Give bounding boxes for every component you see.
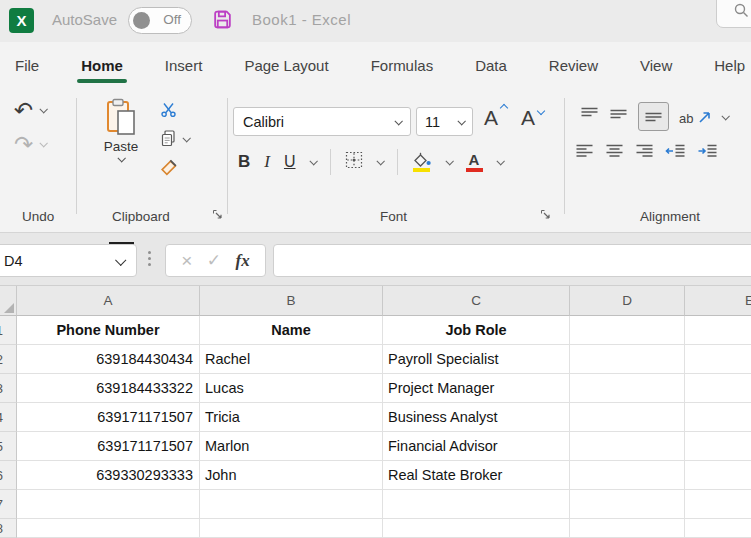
chevron-down-icon[interactable] <box>117 154 125 162</box>
cell-E6[interactable] <box>685 461 751 490</box>
tab-view[interactable]: View <box>638 53 674 78</box>
select-all-corner[interactable] <box>0 286 17 316</box>
clipboard-dialog-launcher-icon[interactable] <box>212 206 223 224</box>
tab-formulas[interactable]: Formulas <box>369 53 436 78</box>
undo-button[interactable]: ↶ <box>14 100 46 120</box>
cell-D2[interactable] <box>570 345 685 374</box>
cell-A5[interactable]: 639171171507 <box>17 432 200 461</box>
cell-C5[interactable]: Financial Advisor <box>383 432 570 461</box>
cell-D3[interactable] <box>570 374 685 403</box>
underline-button[interactable]: U <box>284 153 296 171</box>
cell-E3[interactable] <box>685 374 751 403</box>
cell-D6[interactable] <box>570 461 685 490</box>
formula-input[interactable] <box>273 244 751 277</box>
row-header-5[interactable]: 5 <box>0 432 17 461</box>
cell-D4[interactable] <box>570 403 685 432</box>
chevron-down-icon[interactable] <box>445 157 453 165</box>
chevron-down-icon[interactable] <box>40 105 48 113</box>
cell-A3[interactable]: 639184433322 <box>17 374 200 403</box>
cell-B6[interactable]: John <box>200 461 383 490</box>
cell-A1[interactable]: Phone Number <box>17 316 200 345</box>
cancel-icon[interactable]: × <box>181 250 192 272</box>
copy-button[interactable] <box>160 130 189 147</box>
increase-indent-button[interactable] <box>697 144 718 163</box>
italic-button[interactable]: I <box>264 152 270 172</box>
cell-E7[interactable] <box>685 490 751 519</box>
cell-A4[interactable]: 639171171507 <box>17 403 200 432</box>
enter-check-icon[interactable]: ✓ <box>207 250 221 271</box>
save-icon[interactable] <box>212 9 233 34</box>
font-color-button[interactable]: A <box>466 152 483 172</box>
name-box[interactable]: D4 <box>0 244 137 277</box>
tab-data[interactable]: Data <box>473 53 509 78</box>
font-dialog-launcher-icon[interactable] <box>540 206 551 224</box>
cell-E4[interactable] <box>685 403 751 432</box>
cell-D8[interactable] <box>570 519 685 538</box>
cell-A6[interactable]: 639330293333 <box>17 461 200 490</box>
cell-E1[interactable] <box>685 316 751 345</box>
cell-C7[interactable] <box>383 490 570 519</box>
tab-insert[interactable]: Insert <box>163 53 205 78</box>
cell-D7[interactable] <box>570 490 685 519</box>
align-center-button[interactable] <box>605 144 624 163</box>
row-header-2[interactable]: 2 <box>0 345 17 374</box>
cut-button[interactable] <box>160 102 189 118</box>
align-left-button[interactable] <box>575 144 594 163</box>
cell-B7[interactable] <box>200 490 383 519</box>
decrease-indent-button[interactable] <box>665 144 686 163</box>
cell-B2[interactable]: Rachel <box>200 345 383 374</box>
cell-E5[interactable] <box>685 432 751 461</box>
tab-file[interactable]: File <box>13 53 41 78</box>
cell-E2[interactable] <box>685 345 751 374</box>
bold-button[interactable]: B <box>238 152 250 172</box>
cell-B4[interactable]: Tricia <box>200 403 383 432</box>
column-header-d[interactable]: D <box>570 286 685 316</box>
insert-function-button[interactable]: fx <box>236 251 250 271</box>
middle-align-button[interactable] <box>609 106 628 127</box>
cell-C1[interactable]: Job Role <box>383 316 570 345</box>
bottom-align-button[interactable] <box>638 102 669 131</box>
tab-page-layout[interactable]: Page Layout <box>242 53 330 78</box>
orientation-button[interactable]: ab <box>679 109 712 124</box>
paste-button[interactable]: Paste <box>95 98 147 194</box>
cell-C2[interactable]: Payroll Specialist <box>383 345 570 374</box>
chevron-down-icon[interactable] <box>115 254 126 265</box>
cell-A8[interactable] <box>17 519 200 538</box>
search-box[interactable] <box>716 0 751 28</box>
cell-B5[interactable]: Marlon <box>200 432 383 461</box>
borders-button[interactable] <box>345 151 363 173</box>
autosave-toggle[interactable]: Off <box>128 7 192 34</box>
redo-button[interactable]: ↷ <box>14 134 46 154</box>
row-header-3[interactable]: 3 <box>0 374 17 403</box>
chevron-down-icon[interactable] <box>182 134 190 142</box>
cell-B1[interactable]: Name <box>200 316 383 345</box>
row-header-7[interactable]: 7 <box>0 490 17 519</box>
chevron-down-icon[interactable] <box>309 157 317 165</box>
column-header-c[interactable]: C <box>383 286 570 316</box>
cell-A2[interactable]: 639184430434 <box>17 345 200 374</box>
top-align-button[interactable] <box>580 106 599 127</box>
tab-help[interactable]: Help <box>712 53 747 78</box>
decrease-font-size-button[interactable]: A <box>521 106 535 130</box>
cell-B3[interactable]: Lucas <box>200 374 383 403</box>
align-right-button[interactable] <box>635 144 654 163</box>
row-header-8[interactable]: 8 <box>0 519 17 538</box>
font-name-select[interactable]: Calibri <box>233 107 411 136</box>
tab-review[interactable]: Review <box>547 53 600 78</box>
tab-home[interactable]: Home <box>79 53 125 78</box>
font-size-select[interactable]: 11 <box>416 107 473 136</box>
chevron-down-icon[interactable] <box>496 157 504 165</box>
row-header-6[interactable]: 6 <box>0 461 17 490</box>
excel-app-icon[interactable]: X <box>9 8 34 33</box>
formula-bar-grip-icon[interactable] <box>148 251 151 266</box>
column-header-e[interactable]: E <box>685 286 751 316</box>
row-header-4[interactable]: 4 <box>0 403 17 432</box>
fill-color-button[interactable] <box>412 152 432 172</box>
cell-B8[interactable] <box>200 519 383 538</box>
cell-D5[interactable] <box>570 432 685 461</box>
cell-D1[interactable] <box>570 316 685 345</box>
column-header-a[interactable]: A <box>17 286 200 316</box>
cell-C4[interactable]: Business Analyst <box>383 403 570 432</box>
chevron-down-icon[interactable] <box>376 157 384 165</box>
cell-C8[interactable] <box>383 519 570 538</box>
